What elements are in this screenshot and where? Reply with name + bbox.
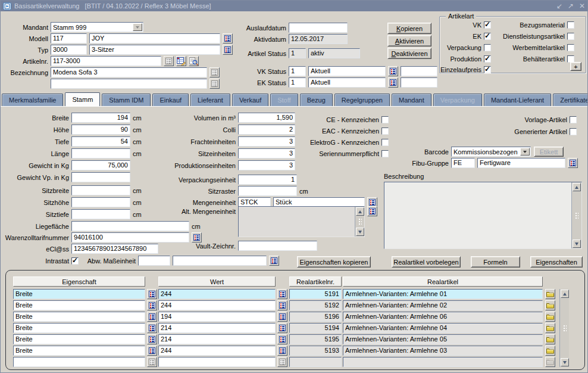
artikelnr-field[interactable]: 117-3000 [51, 56, 161, 66]
eigenschaft-cell[interactable]: Breite [13, 312, 145, 322]
wert-cell[interactable]: 194 [158, 312, 276, 322]
sitzhoehe-field[interactable] [71, 197, 130, 207]
close-icon[interactable]: ✕ [579, 2, 585, 10]
hoehe-field[interactable]: 90 [71, 125, 130, 135]
scroll-down-icon[interactable] [561, 358, 569, 366]
eigenschaft-lov-button[interactable] [147, 323, 157, 333]
eac-kennzeichen-checkbox[interactable] [381, 128, 389, 135]
typ-lov-button[interactable] [223, 45, 233, 55]
tab-lieferant[interactable]: Lieferant [190, 94, 230, 106]
eigenschaft-cell[interactable]: Breite [13, 334, 145, 344]
scrollbar-grip[interactable] [358, 218, 362, 225]
bezeichnung-field[interactable]: Modena Sofa 3 [51, 67, 207, 77]
wert-cell[interactable]: 214 [158, 323, 276, 333]
modell-code-field[interactable]: 117 [51, 33, 87, 43]
vk-status-text-field[interactable]: Aktuell [308, 66, 386, 76]
wert-cell[interactable]: 244 [158, 289, 276, 299]
eigenschaft-cell[interactable]: Breite [13, 289, 145, 299]
restore-icon[interactable]: ↙ [556, 2, 562, 10]
auslaufdatum-field[interactable] [289, 23, 348, 33]
vorlage-artikel-checkbox[interactable] [570, 116, 577, 123]
vk-status-lov-button[interactable] [388, 66, 398, 76]
einzelaufpreis-checkbox[interactable] [484, 66, 491, 73]
open-realartikel-button[interactable] [545, 323, 555, 333]
behaelterartikel-checkbox[interactable] [567, 55, 574, 63]
open-realartikel-button[interactable] [545, 289, 555, 299]
formeln-button[interactable]: Formeln [471, 256, 520, 268]
sitzraster-field[interactable] [238, 186, 297, 196]
produktionseinheiten-field[interactable]: 3 [238, 160, 295, 170]
fibu-lov-button[interactable] [568, 158, 578, 168]
edit-grid-button[interactable] [176, 56, 186, 66]
beschreibung-scrollbar[interactable] [571, 182, 581, 248]
wert-cell[interactable]: 244 [158, 346, 276, 356]
artikelart-add-button[interactable]: + [570, 62, 581, 71]
wert-cell[interactable]: 214 [158, 334, 276, 344]
ek-status-extra-field[interactable] [401, 77, 437, 88]
open-realartikel-button[interactable] [545, 334, 555, 344]
volumen-field[interactable]: 1,590 [238, 113, 295, 123]
open-realartikel-button[interactable] [545, 312, 555, 322]
tab-bezug[interactable]: Bezug [300, 94, 333, 106]
tab-mandant[interactable]: Mandant [392, 94, 431, 106]
scrollbar-grip[interactable] [575, 212, 578, 219]
title-bar[interactable]: Basisartikelverwaltung [BTIT / 04.10.202… [1, 1, 587, 11]
wert-lov-button[interactable] [277, 300, 287, 310]
bezeichnung2-field[interactable] [51, 79, 207, 89]
elektrog-kennzeichen-checkbox[interactable] [381, 139, 389, 146]
colli-field[interactable]: 2 [238, 125, 295, 135]
tab-regelgruppen[interactable]: Regelgruppen [334, 94, 390, 106]
typ-text-field[interactable]: 3-Sitzer [89, 45, 220, 55]
gewicht-field[interactable]: 75,000 [71, 160, 130, 170]
typ-code-field[interactable]: 3000 [51, 45, 87, 55]
ek-status-lov-button[interactable] [388, 77, 398, 88]
fibu-code-field[interactable]: FE [451, 158, 475, 168]
vault-zeichnr-field[interactable] [238, 241, 317, 251]
eigenschaft-cell[interactable]: Breite [13, 346, 145, 356]
tab-zertifikate[interactable]: Zertifikate [553, 94, 588, 106]
sitztiefe-field[interactable] [71, 209, 130, 219]
bezugsmaterial-checkbox[interactable] [567, 21, 574, 29]
scroll-down-icon[interactable] [573, 240, 581, 248]
eigenschaft-cell[interactable] [13, 357, 145, 367]
liegeflaeche-field[interactable] [71, 221, 189, 231]
eigenschaft-lov-button[interactable] [147, 346, 157, 356]
sitzbreite-field[interactable] [71, 185, 130, 195]
eigenschaft-cell[interactable]: Breite [13, 323, 145, 333]
wert-cell[interactable]: 244 [158, 300, 276, 310]
open-realartikel-button[interactable] [545, 300, 555, 310]
wert-lov-button[interactable] [277, 334, 287, 344]
alt-mengeneinheit-scrollbar[interactable] [355, 207, 364, 237]
eigenschaften-button[interactable]: Eigenschaften [530, 256, 583, 268]
fibu-text-field[interactable]: Fertigware [477, 158, 565, 168]
wert-lov-button[interactable] [277, 323, 287, 333]
table-scrollbar[interactable] [559, 289, 569, 367]
scrollbar-grip[interactable] [563, 325, 567, 332]
intrastat-checkbox[interactable] [71, 257, 79, 265]
verpackungseinheit-field[interactable]: 1 [238, 175, 297, 185]
tab-stamm[interactable]: Stamm [65, 92, 100, 106]
wert-lov-button[interactable] [277, 289, 287, 299]
eigenschaften-kopieren-button[interactable]: Eigenschaften kopieren [297, 256, 371, 268]
generierter-artikel-checkbox[interactable] [570, 128, 577, 135]
tab-mandant-lieferant[interactable]: Mandant-Lieferant [484, 94, 551, 106]
alt-mengeneinheit-textarea[interactable] [238, 206, 365, 237]
search-button[interactable] [189, 56, 199, 66]
werbemittelartikel-checkbox[interactable] [567, 44, 574, 51]
tiefe-field[interactable]: 54 [71, 136, 130, 147]
maximize-icon[interactable]: ↗ [568, 2, 574, 10]
wert-lov-button[interactable] [277, 346, 287, 356]
gewicht-vp-field[interactable] [71, 172, 130, 182]
modell-text-field[interactable]: JOY [89, 33, 220, 43]
sitzeinheiten-field[interactable]: 3 [238, 148, 295, 158]
eclass-field[interactable]: 12345678901234567890 [71, 244, 158, 254]
tab-einkauf[interactable]: Einkauf [152, 94, 189, 106]
tab-verkauf[interactable]: Verkauf [232, 94, 268, 106]
abw-masseinheit-code-field[interactable] [138, 256, 170, 266]
ek-status-code-field[interactable]: 1 [289, 77, 306, 88]
alt-mengeneinheit-lov-button[interactable] [367, 206, 377, 216]
tab-stamm-idm[interactable]: Stamm IDM [102, 94, 151, 106]
abw-masseinheit-text-field[interactable] [173, 256, 267, 266]
open-realartikel-button[interactable] [545, 346, 555, 356]
eigenschaft-lov-button[interactable] [147, 312, 157, 322]
